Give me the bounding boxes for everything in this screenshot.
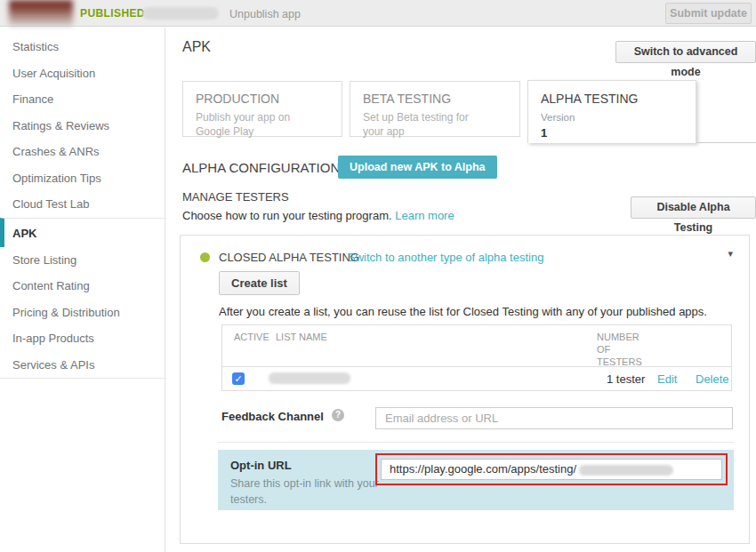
switch-advanced-mode-button[interactable]: Switch to advanced mode [615,41,756,63]
tab-production-title: PRODUCTION [196,92,329,106]
create-list-note: After you create a list, you can reuse t… [219,305,707,318]
opt-in-url-description: Share this opt-in link with your testers… [230,476,390,508]
sidebar-item-pricing-distribution[interactable]: Pricing & Distribution [0,300,165,326]
published-status-badge: PUBLISHED [80,7,145,20]
testers-count: 1 tester [607,372,645,386]
sidebar-nav: Statistics User Acquisition Finance Rati… [0,28,165,379]
tab-alpha-version-label: Version [541,112,683,123]
panel-divider [218,442,734,443]
alpha-configuration-heading: ALPHA CONFIGURATION [182,160,340,175]
feedback-channel-label: Feedback Channel [221,410,324,423]
upload-new-apk-button[interactable]: Upload new APK to Alpha [338,156,497,179]
opt-in-url-input[interactable]: https://play.google.com/apps/testing/ [381,459,722,480]
table-row: ✓ 1 tester Edit Delete [222,367,731,390]
tab-beta-title: BETA TESTING [363,92,507,106]
tab-beta-subtitle: Set up Beta testing for your app [363,110,487,139]
opt-in-url-label: Opt-in URL [230,459,292,472]
sidebar-item-services-apis[interactable]: Services & APIs [0,352,165,379]
switch-alpha-type-link[interactable]: Switch to another type of alpha testing [348,251,543,264]
create-list-button[interactable]: Create list [219,271,300,295]
sidebar-item-cloud-test-lab[interactable]: Cloud Test Lab [0,191,165,218]
description-text: Choose how to run your testing program. [182,209,392,222]
sidebar-divider [165,28,165,552]
sidebar-item-ratings-reviews[interactable]: Ratings & Reviews [0,113,165,140]
sidebar-item-apk[interactable]: APK [0,218,165,247]
sidebar-item-content-rating[interactable]: Content Rating [0,273,165,300]
help-icon[interactable]: ? [332,409,344,421]
chevron-down-icon[interactable]: ▾ [728,248,733,260]
opt-in-url-text: https://play.google.com/apps/testing/ [390,462,576,476]
testers-table: ACTIVE LIST NAME NUMBER OF TESTERS ✓ 1 t… [221,324,732,391]
testers-table-header: ACTIVE LIST NAME NUMBER OF TESTERS [222,325,731,367]
tab-beta-testing[interactable]: BETA TESTING Set up Beta testing for you… [350,81,520,137]
sidebar-item-store-listing[interactable]: Store Listing [0,247,165,274]
list-name-redacted [269,372,350,384]
column-header-number-of-testers: NUMBER OF TESTERS [597,331,654,368]
opt-in-url-highlight-box: https://play.google.com/apps/testing/ [375,453,728,485]
page-title: APK [182,39,211,55]
column-header-active: ACTIVE [234,331,269,343]
active-status-dot-icon [200,252,210,262]
sidebar-bottom-border [0,378,165,379]
tab-production-subtitle: Publish your app on Google Play [196,110,320,139]
submit-update-button[interactable]: Submit update [665,3,752,24]
edit-list-link[interactable]: Edit [657,372,677,386]
tab-alpha-title: ALPHA TESTING [541,92,683,106]
app-name-redacted [142,7,219,20]
sidebar-item-in-app-products[interactable]: In-app Products [0,325,165,352]
column-header-list-name: LIST NAME [276,331,327,343]
manage-testers-description: Choose how to run your testing program. … [182,209,454,222]
tab-production[interactable]: PRODUCTION Publish your app on Google Pl… [182,81,342,137]
sidebar-item-optimization-tips[interactable]: Optimization Tips [0,165,165,192]
opt-in-section: Opt-in URL Share this opt-in link with y… [218,450,734,510]
tab-alpha-testing[interactable]: ALPHA TESTING Version 1 [527,80,696,143]
check-icon: ✓ [234,373,242,384]
manage-testers-heading: MANAGE TESTERS [182,190,289,204]
closed-alpha-title: CLOSED ALPHA TESTING [219,251,359,264]
opt-in-url-redacted [579,465,673,476]
learn-more-link[interactable]: Learn more [395,209,454,222]
tabs-baseline-rule [696,142,756,143]
app-icon [9,0,73,26]
active-checkbox[interactable]: ✓ [232,372,245,385]
app-header-bar: PUBLISHED Unpublish app Submit update [0,0,756,27]
play-console-apk-page: PUBLISHED Unpublish app Submit update St… [0,0,756,552]
sidebar-item-finance[interactable]: Finance [0,86,165,113]
delete-list-link[interactable]: Delete [696,372,729,386]
tab-alpha-version-value: 1 [541,126,683,140]
sidebar-item-statistics[interactable]: Statistics [0,34,165,60]
disable-alpha-testing-button[interactable]: Disable Alpha Testing [631,196,756,219]
sidebar-item-crashes-anrs[interactable]: Crashes & ANRs [0,139,165,165]
closed-alpha-panel: CLOSED ALPHA TESTING Switch to another t… [180,235,750,544]
unpublish-app-link[interactable]: Unpublish app [229,8,301,20]
sidebar-item-user-acquisition[interactable]: User Acquisition [0,60,165,87]
feedback-channel-input[interactable] [375,407,733,429]
